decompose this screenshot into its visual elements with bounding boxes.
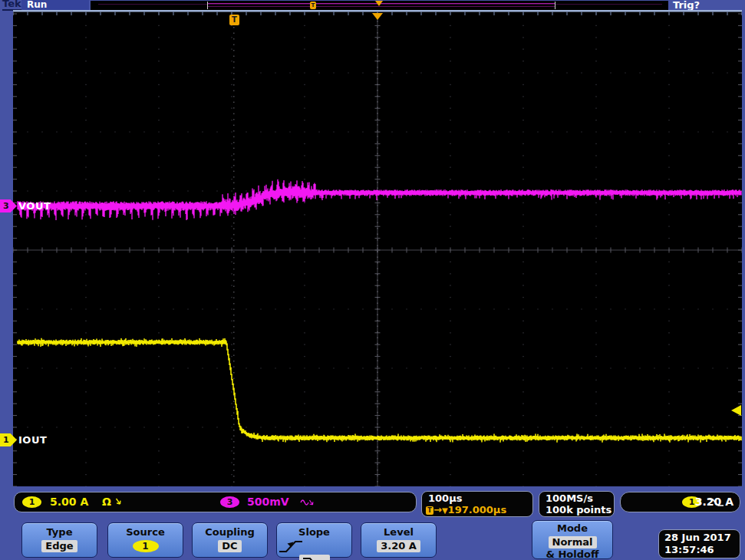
trigger-position-marker-icon[interactable]: T [229,15,239,25]
menu-level-value: 3.20 A [377,540,420,552]
waveform-display: T [13,10,742,486]
menu-button-source[interactable]: Source 1 [107,522,183,558]
menu-source-value-badge: 1 [133,540,159,552]
menu-mode-title: Mode [532,522,612,534]
channel-3-waveform-label: VOUT [18,200,51,212]
channel-3-scale: 500mV [247,496,289,508]
record-length: 100k points [546,504,611,516]
tek-logo: Tek [2,0,21,11]
menu-type-value: Edge [41,540,77,552]
menu-coupling-value: DC [218,540,241,552]
menu-button-level[interactable]: Level 3.20 A [361,522,437,558]
ac-wave-arrow-icon [300,499,314,507]
channel-readout-pill[interactable]: 1 5.00 A Ω 3 500mV [14,492,417,512]
trigger-status-label: Trig? [673,0,700,11]
graticule-and-traces [13,10,742,486]
oscilloscope-screen: Tek Run T Trig? T 3 1 VOUT IOUT 1 5.00 A… [0,0,745,560]
record-window-left-bracket [207,2,208,9]
channel-1-coupling-symbol: Ω [102,496,111,508]
channel-1-badge[interactable]: 1 [22,496,41,508]
menu-type-title: Type [22,526,97,538]
record-waveform-line2 [207,6,555,7]
menu-slope-title: Slope [277,526,351,538]
delay-arrow: → [433,504,442,516]
datetime-readout: 28 Jun 2017 13:57:46 [658,529,740,558]
trigger-t-icon: T [426,506,433,515]
falling-edge-icon [301,555,328,560]
falling-edge-selected-highlight [299,555,330,560]
expansion-point-marker-icon [372,13,383,20]
menu-button-type[interactable]: Type Edge [21,522,97,558]
record-window-right-bracket [555,2,555,9]
top-bar: Tek Run T Trig? [0,0,745,10]
ohm-arrow-icon [115,498,122,507]
trigger-level-value: 3.20 A [695,496,733,508]
delay-readout: T→▼197.000µs [426,504,506,516]
acquisition-readout-pill[interactable]: 100MS/s 100k points [539,491,615,517]
record-view-bar[interactable]: T [91,1,668,10]
channel-1-waveform-label: IOUT [18,434,47,446]
timebase-scale: 100µs [428,492,462,504]
menu-button-slope[interactable]: Slope [276,522,352,558]
menu-mode-value2: & Holdoff [532,548,612,560]
channel-3-badge[interactable]: 3 [220,496,239,508]
sample-rate: 100MS/s [546,492,593,504]
record-trigger-marker-icon: T [310,2,316,9]
menu-level-title: Level [361,526,436,538]
channel-1-scale: 5.00 A [50,496,88,508]
menu-coupling-title: Coupling [193,526,267,538]
timebase-readout-pill[interactable]: 100µs T→▼197.000µs [421,491,533,517]
trigger-readout-pill[interactable]: 1 3.20 A [620,492,740,512]
menu-button-mode[interactable]: Mode Normal & Holdoff [532,520,613,559]
acquisition-status: Run [21,0,89,10]
time-value: 13:57:46 [664,544,740,556]
date-value: 28 Jun 2017 [664,532,740,544]
trigger-level-marker-icon[interactable] [731,405,741,416]
menu-button-coupling[interactable]: Coupling DC [192,522,268,558]
menu-source-title: Source [108,526,183,538]
record-expansion-marker-icon [375,1,383,6]
menu-mode-value: Normal [549,536,597,548]
expansion-triangle-icon: ▼ [442,506,448,515]
delay-value: 197.000µs [448,504,507,516]
rising-edge-icon [277,538,305,555]
